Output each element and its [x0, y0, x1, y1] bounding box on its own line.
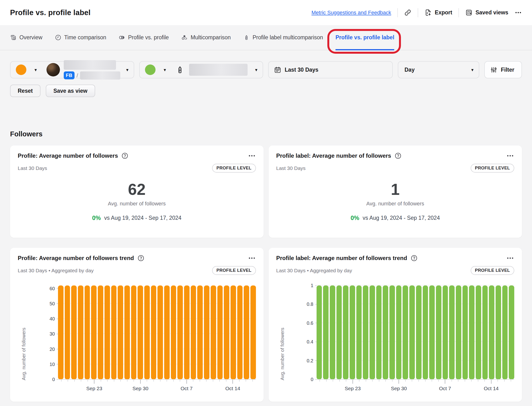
bar[interactable] — [502, 285, 508, 379]
bar[interactable] — [330, 285, 335, 379]
bar[interactable] — [350, 285, 355, 379]
bar[interactable] — [137, 285, 143, 379]
bar[interactable] — [476, 285, 481, 379]
bar[interactable] — [144, 285, 150, 379]
saved-views-button[interactable]: Saved views — [465, 9, 508, 16]
bar[interactable] — [429, 285, 435, 379]
date-range-selector[interactable]: Last 30 Days — [268, 61, 393, 78]
bar[interactable] — [343, 285, 348, 379]
bar[interactable] — [383, 285, 388, 379]
bar[interactable] — [244, 285, 249, 379]
card-title: Profile: Average number of followers — [18, 152, 118, 159]
tab-profile-vs-profile-label[interactable]: Profile vs. profile label — [336, 25, 394, 50]
bar[interactable] — [111, 285, 117, 379]
bar[interactable] — [230, 285, 236, 379]
profile-color-swatch[interactable] — [16, 65, 26, 75]
export-button[interactable]: Export — [424, 9, 452, 16]
bar[interactable] — [369, 285, 375, 379]
bar[interactable] — [389, 285, 395, 379]
bar[interactable] — [237, 285, 243, 379]
bar[interactable] — [469, 285, 474, 379]
more-menu-button[interactable] — [515, 9, 522, 16]
bar[interactable] — [363, 285, 368, 379]
profile-label-selector[interactable]: ▾ P ▾ — [139, 61, 263, 78]
bar[interactable] — [337, 285, 342, 379]
tab-profile-label-multicomparison[interactable]: P Profile label multicomparison — [243, 25, 323, 50]
bar[interactable] — [482, 285, 488, 379]
bar[interactable] — [124, 285, 130, 379]
tab-time-comparison[interactable]: Time comparison — [55, 25, 106, 50]
bar[interactable] — [197, 285, 203, 379]
y-tick-label: 0.2 — [307, 358, 316, 363]
bar[interactable] — [204, 285, 209, 379]
bar[interactable] — [184, 285, 190, 379]
bar[interactable] — [158, 285, 163, 379]
bar[interactable] — [104, 285, 110, 379]
bar[interactable] — [449, 285, 455, 379]
bar[interactable] — [489, 285, 494, 379]
bar[interactable] — [396, 285, 402, 379]
profile-selector[interactable]: ▾ FB / ▾ — [10, 61, 134, 78]
bar[interactable] — [436, 285, 441, 379]
card-menu-button[interactable] — [506, 254, 514, 262]
granularity-selector[interactable]: Day ▾ — [398, 61, 479, 78]
bar[interactable] — [217, 285, 223, 379]
help-icon[interactable] — [395, 152, 402, 160]
card-menu-button[interactable] — [506, 152, 514, 160]
bar[interactable] — [91, 285, 97, 379]
bar[interactable] — [58, 285, 64, 379]
bar[interactable] — [376, 285, 382, 379]
bar[interactable] — [191, 285, 196, 379]
bar[interactable] — [211, 285, 216, 379]
bar[interactable] — [177, 285, 183, 379]
bar[interactable] — [316, 285, 322, 379]
tab-profile-vs-profile[interactable]: Profile vs. profile — [119, 25, 169, 50]
export-icon — [424, 9, 432, 16]
filter-button[interactable]: Filter — [484, 61, 522, 78]
bar[interactable] — [423, 285, 428, 379]
bar[interactable] — [323, 285, 329, 379]
bar[interactable] — [456, 285, 461, 379]
copy-link-button[interactable] — [404, 9, 411, 16]
card-period: Last 30 Days — [276, 165, 306, 171]
bar[interactable] — [416, 285, 422, 379]
profile-vs-profile-icon — [119, 34, 125, 41]
y-tick-label: 30 — [50, 331, 58, 337]
save-as-view-button[interactable]: Save as view — [46, 85, 95, 97]
card-menu-button[interactable] — [248, 152, 256, 160]
bar[interactable] — [509, 285, 514, 379]
bar[interactable] — [356, 285, 362, 379]
overview-icon — [10, 34, 16, 41]
bar[interactable] — [224, 285, 229, 379]
bar[interactable] — [409, 285, 415, 379]
bar[interactable] — [118, 285, 123, 379]
y-tick-label: 10 — [50, 362, 58, 367]
tab-multicomparison[interactable]: Multicomparison — [181, 25, 230, 50]
bar[interactable] — [403, 285, 408, 379]
bar[interactable] — [65, 285, 70, 379]
help-icon[interactable] — [121, 152, 129, 160]
delta-percent: 0% — [92, 215, 101, 221]
card-menu-button[interactable] — [248, 254, 256, 262]
bar[interactable] — [462, 285, 468, 379]
metric-suggestions-link[interactable]: Metric Suggestions and Feedback — [311, 10, 391, 16]
bar[interactable] — [251, 285, 256, 379]
tab-overview[interactable]: Overview — [10, 25, 43, 50]
bar[interactable] — [443, 285, 448, 379]
bar[interactable] — [98, 285, 103, 379]
chevron-down-icon: ▾ — [471, 68, 474, 72]
label-color-swatch[interactable] — [145, 65, 156, 75]
bar[interactable] — [496, 285, 501, 379]
bar[interactable] — [85, 285, 90, 379]
bar[interactable] — [71, 285, 77, 379]
ellipsis-icon — [506, 152, 514, 160]
bar[interactable] — [131, 285, 137, 379]
bar[interactable] — [78, 285, 83, 379]
help-icon[interactable] — [410, 254, 418, 262]
help-icon[interactable] — [137, 254, 144, 262]
bar[interactable] — [164, 285, 170, 379]
divider — [418, 8, 418, 17]
reset-button[interactable]: Reset — [10, 85, 41, 97]
bar[interactable] — [151, 285, 157, 379]
bar[interactable] — [171, 285, 176, 379]
